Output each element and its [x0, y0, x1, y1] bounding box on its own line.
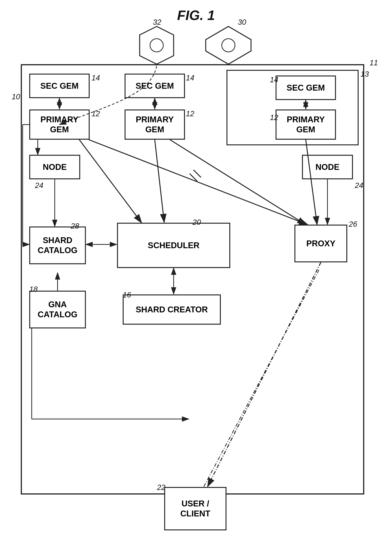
scheduler: SCHEDULER — [117, 223, 230, 268]
sec-gem-3: SEC GEM — [276, 76, 336, 100]
proxy: PROXY — [294, 225, 347, 262]
sec-gem-1: SEC GEM — [29, 74, 90, 98]
ref-14-1: 14 — [91, 74, 100, 82]
node-1: NODE — [29, 155, 80, 179]
ref-10: 10 — [12, 92, 20, 101]
primary-gem-1: PRIMARYGEM — [29, 110, 90, 140]
device-30 — [202, 25, 255, 66]
ref-12-3: 12 — [270, 113, 278, 122]
ref-20: 20 — [193, 218, 201, 227]
ref-16: 16 — [123, 291, 131, 299]
ref-24-2: 24 — [355, 181, 363, 190]
svg-point-1 — [150, 39, 163, 52]
ref-12-2: 12 — [186, 110, 194, 118]
ref-13: 13 — [360, 70, 369, 78]
shard-creator: SHARD CREATOR — [123, 294, 221, 325]
device-32 — [136, 25, 177, 66]
ref-14-2: 14 — [186, 74, 194, 82]
ref-22: 22 — [157, 483, 166, 492]
ref-14-3: 14 — [270, 76, 278, 84]
node-2: NODE — [302, 155, 353, 179]
page: FIG. 1 10 11 32 30 SEC GEM 14 PRIMARYGEM… — [0, 0, 392, 550]
ref-32: 32 — [153, 18, 161, 26]
figure-title: FIG. 1 — [177, 7, 215, 23]
ref-11: 11 — [370, 58, 378, 67]
gna-catalog: GNACATALOG — [29, 291, 86, 328]
shard-catalog: SHARDCATALOG — [29, 227, 86, 264]
ref-26: 26 — [349, 220, 357, 228]
sec-gem-2: SEC GEM — [125, 74, 185, 98]
ref-28: 28 — [71, 222, 79, 230]
ref-12-1: 12 — [91, 110, 100, 118]
ref-24-1: 24 — [35, 181, 43, 190]
primary-gem-2: PRIMARYGEM — [125, 110, 185, 140]
ref-30: 30 — [238, 18, 246, 26]
primary-gem-3: PRIMARYGEM — [276, 110, 336, 140]
svg-point-3 — [222, 39, 235, 52]
ref-18: 18 — [29, 285, 38, 293]
user-client: USER /CLIENT — [164, 487, 226, 530]
